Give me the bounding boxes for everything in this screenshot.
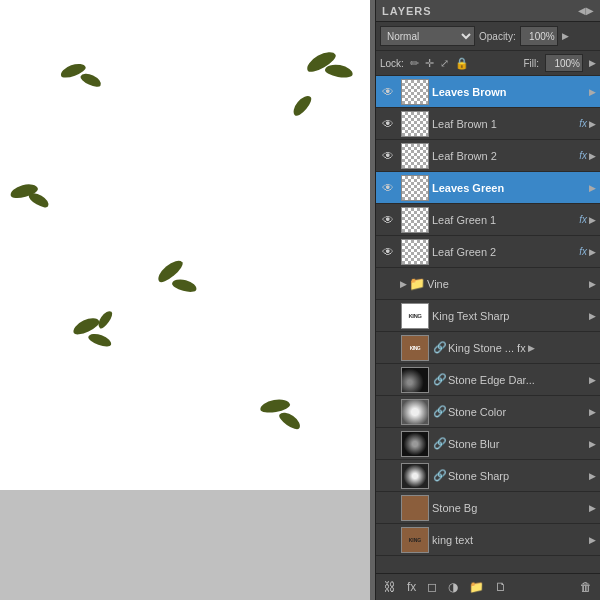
layer-thumbnail [401,143,429,169]
fill-input[interactable] [545,54,583,72]
eye-area[interactable]: 👁 [378,245,398,259]
chain-link-icon: 🔗 [433,469,447,482]
fx-badge: fx [579,150,587,161]
layer-row[interactable]: 👁 Leaf Green 1 fx ▶ [376,204,600,236]
layer-row[interactable]: 👁 Leaf Brown 2 fx ▶ [376,140,600,172]
chain-link-icon: 🔗 [433,405,447,418]
layer-thumbnail: KING [401,335,429,361]
layer-options-arrow[interactable]: ▶ [589,471,596,481]
eye-area[interactable]: 👁 [378,85,398,99]
layer-options-arrow[interactable]: ▶ [589,215,596,225]
layer-name: Leaf Green 1 [432,214,579,226]
layer-row[interactable]: 🔗 Stone Sharp ▶ [376,460,600,492]
layer-thumbnail [401,431,429,457]
layer-row[interactable]: KING king text ▶ [376,524,600,556]
fill-arrow[interactable]: ▶ [589,58,596,68]
layer-thumbnail [401,111,429,137]
layer-name: king text [432,534,589,546]
new-layer-button[interactable]: 🗋 [491,577,511,597]
layer-thumbnail [401,239,429,265]
fx-button[interactable]: fx [403,577,420,597]
mask-button[interactable]: ◻ [423,577,441,597]
layer-thumbnail [401,79,429,105]
layer-options-arrow[interactable]: ▶ [589,311,596,321]
eye-area[interactable]: 👁 [378,213,398,227]
lock-pen-icon[interactable]: ✏ [410,57,419,70]
layer-thumbnail [401,495,429,521]
visibility-eye-icon[interactable]: 👁 [382,85,394,99]
layer-thumbnail [401,463,429,489]
layer-row[interactable]: 👁 Leaf Brown 1 fx ▶ [376,108,600,140]
canvas-white [0,0,370,490]
canvas-gray [0,490,370,600]
folder-expand-arrow[interactable]: ▶ [400,279,407,289]
layer-row[interactable]: Stone Bg ▶ [376,492,600,524]
adjustment-button[interactable]: ◑ [444,577,462,597]
lock-lock-icon[interactable]: 🔒 [455,57,469,70]
folder-button[interactable]: 📁 [465,577,488,597]
layer-options-arrow[interactable]: ▶ [589,119,596,129]
opacity-label: Opacity: [479,31,516,42]
layer-options-arrow[interactable]: ▶ [589,375,596,385]
layer-name: Stone Blur [448,438,589,450]
layer-options-arrow[interactable]: ▶ [589,151,596,161]
layer-options-arrow[interactable]: ▶ [589,407,596,417]
lock-label: Lock: [380,58,404,69]
layer-row[interactable]: 👁 Leaves Brown ▶ [376,76,600,108]
layer-name: Vine [427,278,589,290]
layer-options-arrow[interactable]: ▶ [589,279,596,289]
lock-move-icon[interactable]: ⤢ [440,57,449,70]
layer-thumbnail: KING [401,303,429,329]
layer-row[interactable]: 👁 Leaves Green ▶ [376,172,600,204]
visibility-eye-icon[interactable]: 👁 [382,149,394,163]
delete-layer-button[interactable]: 🗑 [576,577,596,597]
eye-area[interactable]: 👁 [378,149,398,163]
layer-thumbnail [401,175,429,201]
panel-header: LAYERS ◀▶ [376,0,600,22]
layer-name: Stone Bg [432,502,589,514]
eye-area[interactable]: 👁 [378,117,398,131]
visibility-eye-icon[interactable]: 👁 [382,213,394,227]
layer-options-arrow[interactable]: ▶ [589,247,596,257]
layer-row[interactable]: 🔗 Stone Color ▶ [376,396,600,428]
fill-label: Fill: [523,58,539,69]
canvas-area [0,0,375,600]
layer-row[interactable]: KING King Text Sharp ▶ [376,300,600,332]
layer-name: Leaf Green 2 [432,246,579,258]
layer-options-arrow[interactable]: ▶ [589,535,596,545]
layer-name: Leaf Brown 2 [432,150,579,162]
link-layers-button[interactable]: ⛓ [380,577,400,597]
chain-link-icon: 🔗 [433,437,447,450]
eye-area[interactable]: 👁 [378,181,398,195]
layer-row[interactable]: ▶ 📁 Vine ▶ [376,268,600,300]
layers-panel: LAYERS ◀▶ Normal Multiply Screen Overlay… [375,0,600,600]
layer-thumbnail [401,399,429,425]
layer-name: Stone Edge Dar... [448,374,589,386]
layer-name: King Stone ... fx [448,342,528,354]
fx-badge: fx [579,246,587,257]
layer-row[interactable]: KING 🔗 King Stone ... fx ▶ [376,332,600,364]
layers-list[interactable]: 👁 Leaves Brown ▶ 👁 Leaf Brown 1 fx ▶ 👁 [376,76,600,573]
visibility-eye-icon[interactable]: 👁 [382,181,394,195]
layer-options-arrow[interactable]: ▶ [589,87,596,97]
blend-mode-select[interactable]: Normal Multiply Screen Overlay [380,26,475,46]
visibility-eye-icon[interactable]: 👁 [382,117,394,131]
layer-name: King Text Sharp [432,310,589,322]
visibility-eye-icon[interactable]: 👁 [382,245,394,259]
layer-options-arrow[interactable]: ▶ [528,343,535,353]
layer-options-arrow[interactable]: ▶ [589,439,596,449]
folder-icon: 📁 [409,276,425,291]
opacity-input[interactable] [520,26,558,46]
layer-row[interactable]: 👁 Leaf Green 2 fx ▶ [376,236,600,268]
layer-options-arrow[interactable]: ▶ [589,183,596,193]
lock-plus-icon[interactable]: ✛ [425,57,434,70]
layer-options-arrow[interactable]: ▶ [589,503,596,513]
panel-collapse-arrows[interactable]: ◀▶ [578,5,594,16]
layer-thumbnail [401,207,429,233]
chain-link-icon: 🔗 [433,373,447,386]
layer-name: Leaves Green [432,182,589,194]
layer-row[interactable]: 🔗 Stone Edge Dar... ▶ [376,364,600,396]
opacity-arrow[interactable]: ▶ [562,31,569,41]
layer-name: Leaf Brown 1 [432,118,579,130]
layer-row[interactable]: 🔗 Stone Blur ▶ [376,428,600,460]
